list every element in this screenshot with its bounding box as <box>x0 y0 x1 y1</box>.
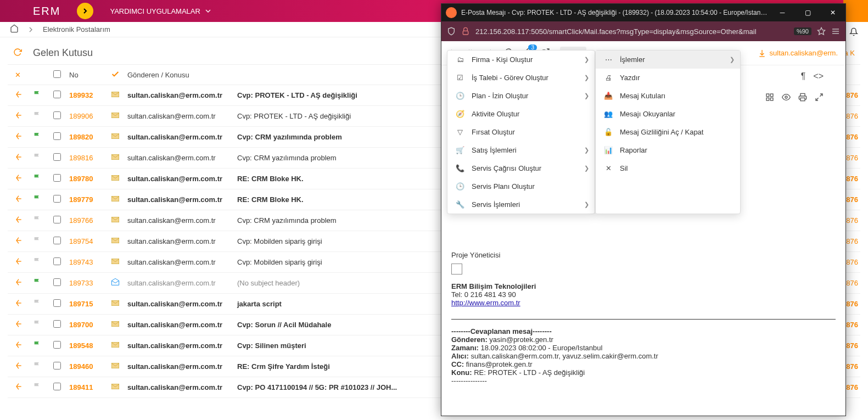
flag-icon[interactable] <box>27 236 47 247</box>
hamburger-icon[interactable] <box>831 27 840 36</box>
helper-apps-menu[interactable]: YARDIMCI UYGULAMALAR <box>110 7 212 15</box>
submenu-item[interactable]: 🧭Aktivite Oluştur <box>447 105 595 123</box>
minimize-button[interactable]: ─ <box>770 4 795 21</box>
flag-icon[interactable] <box>27 194 47 205</box>
flag-icon[interactable] <box>27 173 47 184</box>
mail-id[interactable]: 189820 <box>67 133 105 141</box>
quoted-to-label: Alıcı: <box>451 352 469 360</box>
mail-id[interactable]: 189779 <box>67 195 105 204</box>
flag-icon[interactable] <box>27 215 47 226</box>
svg-marker-31 <box>817 27 825 35</box>
row-checkbox[interactable] <box>53 362 61 369</box>
row-checkbox[interactable] <box>53 341 61 349</box>
row-checkbox[interactable] <box>53 153 61 161</box>
mail-id[interactable]: 189733 <box>67 279 105 287</box>
submenu-item[interactable]: 🕒Servis Planı Oluştur <box>447 177 595 195</box>
row-checkbox[interactable] <box>53 257 61 265</box>
mail-id[interactable]: 189932 <box>67 91 105 99</box>
mail-id[interactable]: 189548 <box>67 341 105 350</box>
menu-item-icon: ☑ <box>455 74 465 82</box>
flag-icon[interactable] <box>27 132 47 142</box>
mail-sender: sultan.caliskan@erm.com.tr <box>125 154 235 162</box>
mail-id[interactable]: 189816 <box>67 154 105 162</box>
firefox-icon <box>446 7 457 18</box>
maximize-button[interactable]: ▢ <box>795 4 820 21</box>
menu-item[interactable]: 📥Mesaj Kutuları <box>596 87 740 105</box>
mail-id[interactable]: 189766 <box>67 216 105 225</box>
circle-nav-button[interactable] <box>77 3 93 19</box>
col-status-icon <box>105 70 125 80</box>
menu-item[interactable]: 🔓Mesaj Gizliliğini Aç / Kapat <box>596 123 740 141</box>
flag-icon[interactable] <box>27 153 47 163</box>
col-no: No <box>67 71 105 79</box>
menu-item[interactable]: ⋯İşlemler❯ <box>596 51 740 69</box>
svg-rect-14 <box>111 217 119 222</box>
url-bar[interactable]: 212.156.208.117:5050/smartClick/Mail.fac… <box>441 21 845 41</box>
signature-company: ERM Bilişim Teknolojileri <box>451 282 836 290</box>
menu-item-icon: 🛒 <box>455 146 465 154</box>
envelope-icon <box>105 90 125 100</box>
home-icon[interactable] <box>10 24 19 35</box>
menu-item[interactable]: 👥Mesajı Okuyanlar <box>596 105 740 123</box>
user-email-link[interactable]: sultan.caliskan@erm. <box>758 49 838 58</box>
clear-filter-button[interactable]: ✕ <box>8 71 27 79</box>
menu-item[interactable]: 🖨Yazdır <box>596 69 740 87</box>
mail-id[interactable]: 189715 <box>67 300 105 308</box>
mail-id[interactable]: 189700 <box>67 321 105 329</box>
flag-icon[interactable] <box>27 90 47 100</box>
row-checkbox[interactable] <box>53 278 61 286</box>
row-checkbox[interactable] <box>53 320 61 328</box>
breadcrumb-page[interactable]: Elektronik Postalarım <box>43 25 110 33</box>
flag-icon[interactable] <box>27 361 47 372</box>
menu-item[interactable]: ✕Sil <box>596 159 740 177</box>
star-icon[interactable] <box>817 27 826 36</box>
zoom-badge[interactable]: %90 <box>794 27 811 35</box>
mail-popup-window: E-Posta Mesajı - Cvp: PROTEK - LTD - AŞ … <box>441 3 846 416</box>
row-checkbox[interactable] <box>53 132 61 140</box>
popup-titlebar[interactable]: E-Posta Mesajı - Cvp: PROTEK - LTD - AŞ … <box>441 4 845 21</box>
submenu-item[interactable]: 🗂Firma - Kişi Oluştur❯ <box>447 51 595 69</box>
mail-id[interactable]: 189411 <box>67 383 105 391</box>
url-text: 212.156.208.117:5050/smartClick/Mail.fac… <box>475 27 788 36</box>
row-checkbox[interactable] <box>53 237 61 244</box>
popup-title-text: E-Posta Mesajı - Cvp: PROTEK - LTD - AŞ … <box>461 9 770 16</box>
refresh-button[interactable] <box>13 48 22 59</box>
menu-item-icon: 🖨 <box>603 74 613 82</box>
mail-id[interactable]: 189743 <box>67 258 105 266</box>
submenu-item[interactable]: ▽Fırsat Oluştur <box>447 123 595 141</box>
menu-item-label: Satış İşlemleri <box>472 146 517 154</box>
submenu-item[interactable]: 🛒Satış İşlemleri❯ <box>447 141 595 159</box>
mail-id[interactable]: 189460 <box>67 362 105 371</box>
flag-icon[interactable] <box>27 340 47 351</box>
mail-id[interactable]: 189780 <box>67 175 105 183</box>
flag-icon[interactable] <box>27 320 47 330</box>
row-checkbox[interactable] <box>53 216 61 223</box>
menu-item-icon: 🕒 <box>455 182 465 191</box>
row-checkbox[interactable] <box>53 111 61 119</box>
submenu-item[interactable]: 📞Servis Çağrısı Oluştur❯ <box>447 159 595 177</box>
submenu-item[interactable]: ☑İş Talebi - Görev Oluştur❯ <box>447 69 595 87</box>
flag-icon[interactable] <box>27 111 47 121</box>
flag-icon[interactable] <box>27 382 47 393</box>
quoted-cc: finans@protek.gen.tr <box>464 360 532 368</box>
chevron-right-icon: ❯ <box>584 56 589 63</box>
flag-icon[interactable] <box>27 257 47 267</box>
row-checkbox[interactable] <box>53 195 61 203</box>
row-checkbox[interactable] <box>53 383 61 390</box>
inbox-arrow-icon <box>8 320 27 330</box>
mail-id[interactable]: 189906 <box>67 112 105 120</box>
mail-id[interactable]: 189754 <box>67 237 105 245</box>
menu-item-icon: 🗂 <box>455 55 465 64</box>
row-checkbox[interactable] <box>53 91 61 98</box>
signature-url[interactable]: http://www.erm.com.tr <box>451 299 520 307</box>
flag-icon[interactable] <box>27 278 47 288</box>
select-all-checkbox[interactable] <box>53 70 61 78</box>
submenu-item[interactable]: 🕒Plan - İzin Oluştur❯ <box>447 87 595 105</box>
row-checkbox[interactable] <box>53 299 61 307</box>
flag-icon[interactable] <box>27 299 47 309</box>
row-checkbox[interactable] <box>53 174 61 182</box>
inbox-arrow-icon <box>8 340 27 351</box>
close-button[interactable]: ✕ <box>820 4 845 21</box>
submenu-item[interactable]: 🔧Servis İşlemleri❯ <box>447 195 595 214</box>
menu-item[interactable]: 📊Raporlar <box>596 141 740 159</box>
